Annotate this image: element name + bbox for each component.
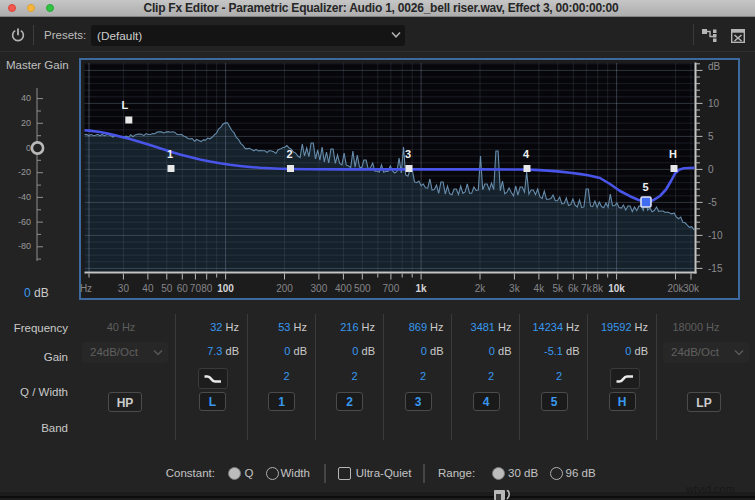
svg-text:1k: 1k [416,283,428,294]
svg-text:4k: 4k [534,283,546,294]
svg-text:70: 70 [190,283,202,294]
svg-text:60: 60 [177,283,189,294]
svg-text:700: 700 [383,283,400,294]
svg-text:50: 50 [161,283,173,294]
svg-text:-15: -15 [708,263,723,274]
svg-text:200: 200 [276,283,293,294]
svg-text:10: 10 [708,98,720,109]
svg-text:2k: 2k [475,283,487,294]
svg-text:3k: 3k [509,283,521,294]
svg-text:5: 5 [708,131,714,142]
svg-text:10k: 10k [608,283,625,294]
svg-text:8k: 8k [592,283,604,294]
svg-text:100: 100 [217,283,234,294]
svg-text:30: 30 [118,283,130,294]
svg-text:3: 3 [405,148,411,160]
svg-text:400: 400 [335,283,352,294]
svg-text:5k: 5k [553,283,565,294]
svg-text:40: 40 [142,283,154,294]
svg-text:500: 500 [354,283,371,294]
svg-text:1: 1 [167,148,173,160]
svg-text:4: 4 [523,148,530,160]
svg-text:L: L [121,99,128,111]
svg-text:5: 5 [642,181,648,193]
svg-text:H: H [669,148,677,160]
svg-text:7k: 7k [581,283,593,294]
svg-text:30k: 30k [683,283,700,294]
svg-text:300: 300 [311,283,328,294]
svg-text:Hz: Hz [80,283,92,294]
svg-text:-5: -5 [708,197,717,208]
svg-text:80: 80 [201,283,213,294]
svg-text:0: 0 [708,164,714,175]
svg-text:dB: dB [708,61,721,72]
svg-text:-10: -10 [708,230,723,241]
svg-text:2: 2 [286,148,292,160]
svg-text:6k: 6k [568,283,580,294]
